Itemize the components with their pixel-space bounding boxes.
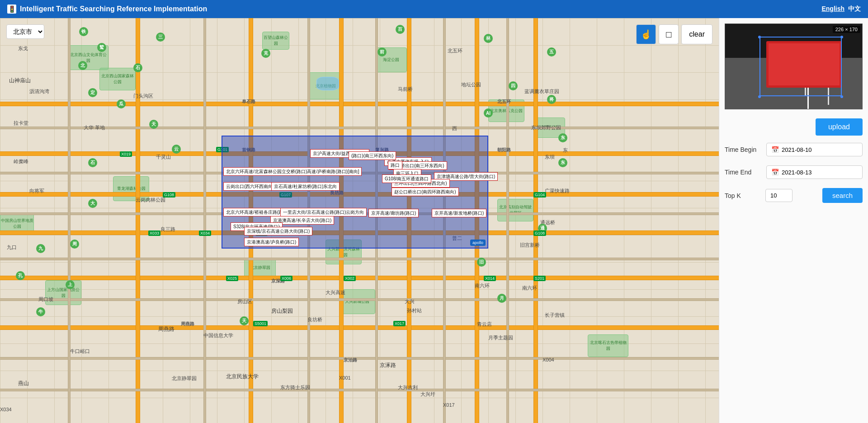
poi-dot: 林	[484, 34, 493, 43]
time-end-input[interactable]: 📅 2021-08-13	[766, 165, 863, 179]
road-badge: X034	[199, 230, 211, 236]
area-label: 孙村站	[407, 307, 422, 314]
road-v-4	[407, 18, 411, 423]
map-location-label: 京开高速/新发地桥(路口)	[432, 209, 486, 217]
map-location-label: 京石高速/杜家坊桥(路口)东北向	[271, 182, 340, 191]
area-label: 西	[452, 125, 457, 132]
city-dropdown[interactable]: 北京市 上海市 广州市	[6, 24, 44, 39]
area-label: 千灵山	[156, 154, 171, 160]
app-title: Intelligent Traffic Searching Reference …	[20, 5, 207, 13]
road-label: 首钢路	[242, 147, 255, 153]
poi-dot: 云	[172, 145, 181, 154]
topk-input[interactable]	[765, 189, 793, 202]
header-left: Intelligent Traffic Searching Reference …	[7, 5, 207, 14]
area-label: X004	[542, 357, 554, 362]
area-label: 大兴高速	[326, 289, 345, 296]
area-label: 大华 革地	[84, 124, 105, 131]
area-label: 房山区	[237, 298, 252, 305]
area-label: 沥清沟湾	[29, 88, 49, 95]
road-h-3	[0, 192, 719, 197]
search-button[interactable]: search	[822, 188, 863, 203]
area-label: X034	[0, 407, 12, 412]
poi-dot: 三	[156, 33, 165, 42]
city-selector[interactable]: 北京市 上海市 广州市	[6, 24, 44, 39]
road-badge: G104	[533, 192, 546, 197]
area-label: 山神庙山	[9, 77, 31, 85]
poi-dot: 上	[66, 280, 75, 289]
area-label: 北五环	[448, 47, 462, 54]
area-label: 东	[563, 147, 568, 154]
area-label: 云岗肉林公园	[136, 197, 165, 203]
road-h-5	[0, 276, 719, 280]
area-label: 广渠快速路	[545, 188, 570, 194]
app-logo-icon	[7, 5, 16, 14]
poi-dot: 四	[509, 81, 518, 90]
area-label: 周燕路	[158, 325, 175, 333]
rectangle-tool-button[interactable]: □	[659, 24, 679, 44]
poi-dot: 牛	[36, 307, 45, 316]
area-label: 中国信息大学	[203, 332, 233, 339]
area-label: 北京静翠园	[172, 375, 197, 382]
poi-dot: 天	[149, 120, 158, 129]
poi-dot: 旧	[477, 258, 486, 267]
map-location-label: 京开高速/廊坊路(路口)	[368, 209, 419, 217]
area-label: 大兴圩	[420, 391, 435, 398]
pointer-tool-button[interactable]: ☝	[636, 24, 656, 44]
road-badge: G107	[279, 192, 292, 197]
area-label: 大兴吉利	[398, 384, 418, 391]
lang-chinese[interactable]: 中文	[848, 5, 861, 13]
road-sec-h-6	[0, 357, 719, 360]
road-v-3	[339, 18, 344, 423]
area-label: 东方骑士乐园	[280, 384, 310, 391]
poi-dot: 将	[547, 95, 556, 104]
selection-corner	[840, 36, 843, 38]
road-label: 北五环	[497, 99, 511, 105]
road-sec-v-2	[203, 18, 206, 423]
poi-dot: 克	[261, 49, 270, 58]
poi-dot: 北	[78, 61, 87, 70]
clear-button[interactable]: clear	[681, 24, 712, 44]
area-label: 长子营镇	[545, 312, 565, 319]
map-location-label: 一里店大街/京石高速公路(路口)云岗方向	[280, 208, 367, 216]
map-location-label: 云岗出口(西六环西南向)	[223, 182, 277, 191]
area-label: 地坛公园	[461, 81, 481, 88]
time-end-value: 2021-08-13	[782, 169, 812, 176]
selection-corner	[758, 95, 761, 98]
selection-corner	[840, 95, 843, 98]
time-begin-input[interactable]: 📅 2021-08-10	[766, 143, 863, 156]
park-area-2: 北京西山国家森林公园	[99, 68, 136, 90]
truck-image	[725, 24, 862, 109]
map-location-label: (路口)(南三环西东向)	[349, 151, 396, 160]
poi-dot: 周	[70, 240, 79, 249]
area-label: 京涿路	[380, 362, 396, 369]
poi-dot: 定	[88, 88, 97, 97]
map-location-label: 赵公口桥出口(南四环路西南向)	[392, 188, 459, 196]
map-controls: ☝ □ clear	[636, 24, 712, 44]
area-label: 燕山	[18, 380, 29, 387]
area-label: 门头沟区	[133, 93, 153, 99]
map-container[interactable]: 北京西山文化体育公园 北京西山国家森林公园 百望山森林公园 北京植物园 海淀公园…	[0, 18, 719, 423]
area-label: 月季主题园	[488, 334, 513, 341]
road-badge: X033	[148, 230, 160, 236]
upload-button[interactable]: upload	[816, 118, 863, 136]
map-location-label: 北京六环高速/北富森林公园立交桥(路口)高速/庐桥南路(路口)[南向]	[223, 167, 362, 176]
road-label: 阜石路	[242, 99, 255, 105]
road-badge: X006	[280, 276, 292, 281]
poi-dot: AI	[484, 108, 493, 118]
road-sec-h-4	[0, 258, 719, 260]
road-sec-v-6	[506, 18, 509, 423]
map-location-label: 京深线/京石高速公路大街(路口)	[244, 227, 312, 235]
time-begin-label: Time Begin	[725, 146, 761, 153]
area-label: 向将军	[29, 188, 44, 194]
road-sec-v-1	[68, 18, 71, 423]
road-badge: X014	[484, 276, 496, 281]
lang-english[interactable]: English	[821, 5, 844, 13]
road-label: 朝阳路	[497, 147, 511, 153]
area-label: 旧宫新桥	[520, 242, 540, 249]
area-label: 周口坡	[38, 296, 53, 303]
language-switcher: English 中文	[821, 5, 861, 13]
road-sec-h-7	[0, 389, 719, 391]
road-badge: X002	[344, 276, 356, 281]
road-v-6	[533, 18, 538, 423]
road-badge: X025	[226, 276, 238, 281]
